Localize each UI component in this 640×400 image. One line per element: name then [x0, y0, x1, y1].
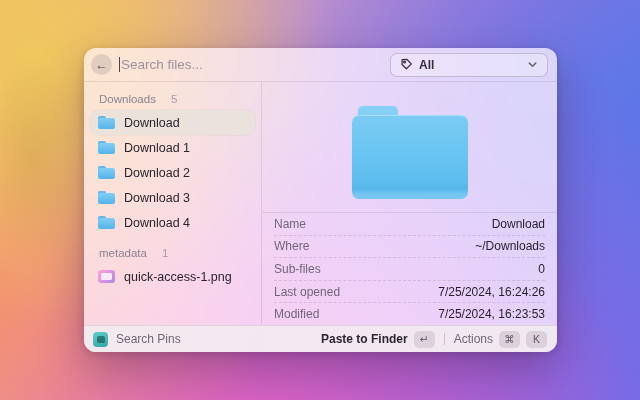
sidebar-item-download-2[interactable]: Download 2	[90, 160, 255, 185]
detail-label: Modified	[274, 307, 319, 321]
folder-icon	[98, 141, 115, 154]
sidebar-item-label: Download 4	[124, 216, 190, 230]
detail-label: Sub-files	[274, 262, 321, 276]
detail-value: Download	[492, 217, 545, 231]
sidebar-item-download-3[interactable]: Download 3	[90, 185, 255, 210]
detail-row-subfiles: Sub-files 0	[274, 258, 545, 281]
file-preview	[262, 82, 557, 213]
text-caret	[119, 57, 120, 72]
footer-divider	[444, 333, 445, 345]
footer-app-name: Search Pins	[116, 332, 181, 346]
section-gap	[90, 235, 255, 242]
sidebar-item-download-4[interactable]: Download 4	[90, 210, 255, 235]
search-header: ← All	[84, 48, 557, 82]
sidebar-item-download-1[interactable]: Download 1	[90, 135, 255, 160]
tag-icon	[400, 58, 413, 71]
sidebar-item-download[interactable]: Download	[90, 110, 255, 135]
back-button[interactable]: ←	[91, 54, 112, 75]
image-thumbnail-icon	[98, 270, 115, 283]
search-field-wrap	[119, 57, 383, 72]
detail-value: 7/25/2024, 16:24:26	[438, 285, 545, 299]
detail-label: Name	[274, 217, 306, 231]
folder-icon	[98, 191, 115, 204]
sidebar-item-label: Download 3	[124, 191, 190, 205]
detail-panel: Name Download Where ~/Downloads Sub-file…	[262, 82, 557, 325]
sidebar-item-label: Download 2	[124, 166, 190, 180]
folder-large-icon	[352, 106, 468, 199]
cmd-key-badge[interactable]: ⌘	[499, 331, 520, 348]
tag-filter-value: All	[419, 58, 434, 72]
action-bar: Search Pins Paste to Finder ↵ Actions ⌘ …	[84, 325, 557, 352]
search-input[interactable]	[121, 57, 383, 72]
paste-to-finder-button[interactable]: Paste to Finder	[321, 332, 408, 346]
metadata-table: Name Download Where ~/Downloads Sub-file…	[262, 213, 557, 325]
folder-icon	[98, 166, 115, 179]
tag-filter-dropdown[interactable]: All	[390, 53, 548, 77]
detail-row-modified: Modified 7/25/2024, 16:23:53	[274, 303, 545, 325]
sidebar-item-label: Download 1	[124, 141, 190, 155]
detail-row-where: Where ~/Downloads	[274, 236, 545, 259]
detail-row-name: Name Download	[274, 213, 545, 236]
section-title: Downloads	[99, 93, 156, 105]
detail-label: Last opened	[274, 285, 340, 299]
results-sidebar: Downloads 5 Download Download 1 Download…	[84, 82, 262, 325]
k-key-badge[interactable]: K	[526, 331, 547, 348]
footer-actions-group: Paste to Finder ↵ Actions ⌘ K	[321, 331, 547, 348]
detail-value: ~/Downloads	[475, 239, 545, 253]
section-header-metadata: metadata 1	[90, 242, 255, 264]
folder-icon	[98, 216, 115, 229]
folder-icon	[98, 116, 115, 129]
folder-body	[352, 115, 468, 199]
detail-value: 7/25/2024, 16:23:53	[438, 307, 545, 321]
detail-value: 0	[538, 262, 545, 276]
section-title: metadata	[99, 247, 147, 259]
search-pins-app-icon	[93, 332, 108, 347]
detail-label: Where	[274, 239, 309, 253]
chevron-down-icon	[527, 59, 538, 70]
sidebar-item-label: quick-access-1.png	[124, 270, 232, 284]
file-search-window: ← All Downloads 5	[84, 48, 557, 352]
sidebar-item-quick-access-png[interactable]: quick-access-1.png	[90, 264, 255, 289]
detail-row-last-opened: Last opened 7/25/2024, 16:24:26	[274, 281, 545, 304]
actions-menu-button[interactable]: Actions	[454, 332, 493, 346]
sidebar-item-label: Download	[124, 116, 180, 130]
back-arrow-icon: ←	[96, 59, 108, 71]
window-body: Downloads 5 Download Download 1 Download…	[84, 82, 557, 325]
return-key-badge[interactable]: ↵	[414, 331, 435, 348]
section-header-downloads: Downloads 5	[90, 88, 255, 110]
section-count: 1	[162, 247, 168, 259]
section-count: 5	[171, 93, 177, 105]
